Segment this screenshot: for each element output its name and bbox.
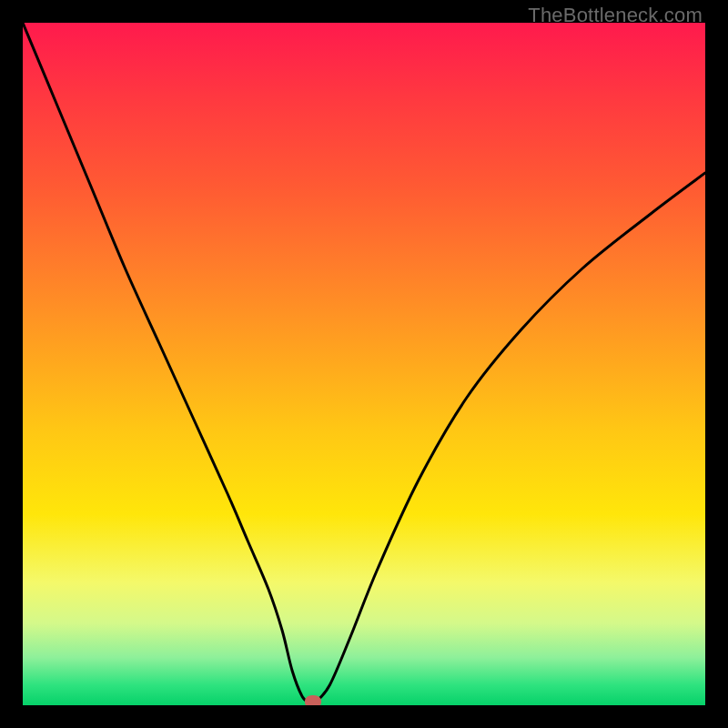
curve-svg: [23, 23, 705, 705]
bottleneck-curve: [23, 23, 705, 703]
plot-area: [23, 23, 705, 705]
chart-frame: TheBottleneck.com: [0, 0, 728, 728]
optimal-point-marker: [305, 695, 321, 706]
